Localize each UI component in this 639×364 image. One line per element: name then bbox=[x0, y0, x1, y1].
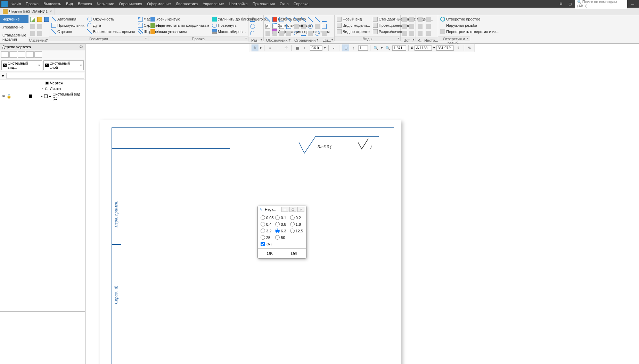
close-tab-icon[interactable]: × bbox=[50, 9, 52, 13]
ok-button[interactable]: OK bbox=[258, 249, 282, 258]
menu-window[interactable]: Окно bbox=[277, 1, 291, 7]
step-button[interactable]: ↕ bbox=[350, 44, 357, 51]
insert-pic-button[interactable] bbox=[408, 16, 415, 23]
tree-system-view[interactable]: 👁 🔓 ▸ ● Системный вид (1: bbox=[0, 91, 85, 101]
print-preview-button[interactable] bbox=[36, 23, 43, 30]
constr-parallel-button[interactable] bbox=[314, 16, 321, 23]
roughness-option-6.3[interactable]: 6.3 bbox=[275, 229, 288, 233]
save-button[interactable] bbox=[43, 16, 50, 23]
measure-dist-button[interactable] bbox=[321, 16, 328, 23]
trim-button[interactable]: Усечь кривую bbox=[149, 16, 211, 22]
roughness-option-0.2[interactable]: 0.2 bbox=[290, 215, 303, 220]
dialog-min-button[interactable]: — bbox=[281, 207, 288, 212]
measure-mass-button[interactable] bbox=[321, 30, 328, 37]
constr-angle-button[interactable] bbox=[293, 30, 300, 37]
datum-button[interactable] bbox=[271, 16, 278, 23]
circle-button[interactable]: Окружность bbox=[86, 16, 137, 22]
tree-root[interactable]: ▣ Чертеж bbox=[0, 80, 85, 86]
command-search[interactable]: 🔍 Поиск по командам (Alt+/) bbox=[575, 0, 627, 9]
rectangle-button[interactable]: Прямоугольник bbox=[50, 22, 86, 28]
roughness-option-3.2[interactable]: 3.2 bbox=[261, 229, 274, 233]
roughness-option-0.8[interactable]: 0.8 bbox=[275, 222, 288, 226]
tree-tb3[interactable] bbox=[18, 51, 25, 58]
y-coord-input[interactable] bbox=[436, 46, 454, 51]
center-mark-button[interactable] bbox=[264, 30, 271, 37]
menu-diag[interactable]: Диагностика bbox=[173, 1, 200, 7]
menu-view[interactable]: Вид bbox=[64, 1, 75, 7]
misc-btn2[interactable] bbox=[417, 23, 424, 30]
menu-settings[interactable]: Настройка bbox=[227, 1, 250, 7]
snap-intersect-button[interactable]: ✢ bbox=[282, 44, 289, 51]
autoline-button[interactable]: Автолиния bbox=[50, 16, 86, 22]
window-minimize-icon[interactable]: — bbox=[629, 1, 636, 7]
eye-icon[interactable]: 👁 bbox=[1, 94, 5, 98]
zoom-window-button[interactable]: 🔍 bbox=[384, 44, 391, 51]
rebuild-holes-button[interactable]: Перестроить отверстия и из... bbox=[439, 28, 501, 35]
filter-icon[interactable]: ▼ bbox=[1, 74, 5, 78]
copy-button[interactable]: Копия указанием bbox=[149, 28, 211, 35]
tree-filter-input[interactable] bbox=[6, 73, 84, 78]
dim-angle-button[interactable] bbox=[249, 30, 256, 37]
paren-v-checkbox[interactable] bbox=[261, 242, 265, 246]
tools-btn2[interactable] bbox=[425, 23, 432, 30]
hole-simple-button[interactable]: Отверстие простое bbox=[439, 16, 501, 22]
constr-horiz-button[interactable] bbox=[293, 16, 300, 23]
coord-system-input[interactable] bbox=[310, 46, 322, 51]
expand-icon[interactable]: ▸ bbox=[41, 94, 43, 98]
constr-dim-button[interactable] bbox=[300, 30, 307, 37]
menu-apps[interactable]: Приложения bbox=[250, 1, 277, 7]
roughness-option-0.05[interactable]: 0.05 bbox=[261, 215, 274, 220]
misc-btn3[interactable] bbox=[417, 30, 424, 37]
menu-format[interactable]: Оформление bbox=[145, 1, 173, 7]
menu-constr[interactable]: Ограничения bbox=[116, 1, 145, 7]
edit-button[interactable]: ✎ bbox=[466, 44, 473, 51]
roughness-option-12.5[interactable]: 12.5 bbox=[290, 229, 303, 233]
print-button[interactable] bbox=[29, 23, 36, 30]
misc-btn1[interactable] bbox=[417, 16, 424, 23]
tree-tb5[interactable] bbox=[34, 51, 42, 58]
ribbon-tab-drawing[interactable]: Черчение bbox=[0, 15, 28, 23]
canvas[interactable]: ✎ ▼ ⌖ ⟂ ✢ ▦ ∟ ▼ ⌐ ⊡ ↕ 🔍 ▼ 🔍 X Y bbox=[85, 44, 639, 364]
pointer-tool-button[interactable]: ✎ bbox=[251, 44, 258, 51]
constr-equal-button[interactable]: = bbox=[300, 23, 307, 30]
constr-vert-button[interactable] bbox=[300, 16, 307, 23]
new-view-button[interactable]: Новый вид bbox=[335, 16, 371, 22]
constr-coinc-button[interactable] bbox=[293, 23, 300, 30]
insert-ole-button[interactable] bbox=[408, 23, 415, 30]
table-button[interactable] bbox=[285, 23, 292, 30]
roughness-option-0.1[interactable]: 0.1 bbox=[275, 215, 288, 220]
menu-file[interactable]: Файл bbox=[9, 1, 23, 7]
move-button[interactable]: Переместить по координатам bbox=[149, 22, 211, 28]
menu-edit[interactable]: Правка bbox=[23, 1, 41, 7]
constr-sym-button[interactable] bbox=[307, 30, 314, 37]
expand-icon[interactable]: ▸ bbox=[42, 87, 43, 90]
window-maximize-icon[interactable]: ▢ bbox=[566, 1, 574, 7]
constr-fix-button[interactable] bbox=[314, 23, 321, 30]
grid-button[interactable]: ▦ bbox=[294, 44, 301, 51]
axis-button[interactable] bbox=[278, 30, 285, 37]
segment-button[interactable]: Отрезок bbox=[50, 28, 86, 35]
dim-diameter-button[interactable] bbox=[249, 23, 256, 30]
tree-tb4[interactable] bbox=[26, 51, 34, 58]
cursor-pos-button[interactable]: ⟟ bbox=[455, 44, 462, 51]
arc-button[interactable]: Дуга bbox=[86, 22, 137, 28]
tree-tb2[interactable] bbox=[9, 51, 17, 58]
break-button[interactable] bbox=[285, 30, 292, 37]
measure-area-button[interactable] bbox=[321, 23, 328, 30]
menu-manage[interactable]: Управление bbox=[200, 1, 226, 7]
round-button[interactable]: ⊡ bbox=[342, 44, 349, 51]
x-coord-input[interactable] bbox=[414, 46, 432, 51]
step-input[interactable] bbox=[358, 46, 368, 51]
tree-tb1[interactable] bbox=[1, 51, 9, 58]
window-restore-icon[interactable]: ⧉ bbox=[557, 1, 565, 7]
del-button[interactable]: Del bbox=[282, 249, 306, 258]
tools-btn1[interactable] bbox=[425, 16, 432, 23]
menu-insert[interactable]: Вставка bbox=[75, 1, 95, 7]
redo-button[interactable] bbox=[36, 30, 43, 37]
thread-ext-button[interactable]: Наружная резьба bbox=[439, 22, 501, 28]
insert-frag-button[interactable] bbox=[401, 16, 408, 23]
zoom-fit-button[interactable]: 🔍 bbox=[372, 44, 379, 51]
lock-icon[interactable]: 🔓 bbox=[7, 94, 11, 99]
roughness-button[interactable] bbox=[264, 16, 271, 23]
ribbon-tab-manage[interactable]: Управление bbox=[0, 23, 28, 31]
